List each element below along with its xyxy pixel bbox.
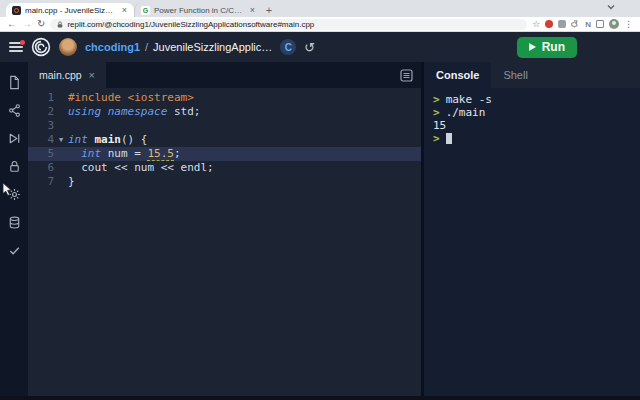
history-icon[interactable]: ↺	[304, 41, 315, 54]
run-button[interactable]: Run	[517, 37, 577, 58]
project-name[interactable]: JuvenileSizzlingApplic…	[153, 41, 272, 53]
console-line: >./main	[433, 106, 640, 119]
code-text: int main() {	[68, 133, 148, 147]
file-icon[interactable]	[7, 75, 22, 90]
code-text: cout << num << endl;	[68, 161, 214, 175]
console-line: 15	[433, 119, 640, 132]
browser-menu-icon[interactable]: ⋮	[624, 19, 633, 29]
chevron-down-icon[interactable]	[606, 2, 616, 12]
extension-frame-icon[interactable]	[596, 20, 604, 28]
file-tab-label: main.cpp	[39, 69, 82, 81]
browser-tab-power-function[interactable]: G Power Function in C/C++ - Ge... ×	[134, 3, 262, 17]
close-icon[interactable]: ×	[249, 5, 256, 15]
console-pane: Console Shell >make -s>./main15>	[424, 62, 640, 400]
extension-gray-icon[interactable]	[558, 20, 566, 28]
extension-red-icon[interactable]	[545, 20, 553, 28]
close-icon[interactable]: ×	[121, 5, 128, 15]
screen: main.cpp - JuvenileSizzlingA... × G Powe…	[0, 0, 640, 400]
console-prompt: >	[433, 93, 440, 106]
replit-favicon	[12, 6, 21, 15]
address-bar-row: ← → ↻ replit.com/@chcoding1/JuvenileSizz…	[0, 17, 640, 32]
fold-column	[54, 161, 68, 175]
check-icon[interactable]	[7, 243, 22, 258]
close-icon[interactable]: ×	[89, 69, 95, 81]
code-text: using namespace std;	[68, 105, 200, 119]
line-number: 7	[28, 175, 54, 189]
breadcrumb: chcoding1 / JuvenileSizzlingApplic…	[85, 41, 272, 53]
line-number: 6	[28, 161, 54, 175]
browser-actions: ☆ N ⋮	[532, 19, 633, 29]
console-output[interactable]: >make -s>./main15>	[424, 88, 640, 400]
mouse-cursor	[2, 182, 13, 197]
lock-icon	[57, 21, 63, 28]
fold-column	[54, 147, 68, 161]
console-text: make -s	[446, 93, 492, 106]
tab-shell[interactable]: Shell	[491, 62, 539, 88]
forward-icon[interactable]: →	[22, 19, 32, 29]
window-bottom-edge	[0, 396, 640, 400]
username-link[interactable]: chcoding1	[85, 41, 140, 53]
tool-sidebar	[0, 62, 28, 400]
lock-icon[interactable]	[7, 159, 22, 174]
browser-profile-avatar[interactable]	[609, 19, 619, 29]
url-bar[interactable]: replit.com/@chcoding1/JuvenileSizzlingAp…	[50, 19, 527, 30]
browser-chrome: main.cpp - JuvenileSizzlingA... × G Powe…	[0, 0, 640, 32]
play-icon	[529, 43, 536, 51]
tab-console[interactable]: Console	[424, 62, 491, 88]
url-text: replit.com/@chcoding1/JuvenileSizzlingAp…	[67, 20, 314, 29]
fold-column	[54, 105, 68, 119]
editor-pane: main.cpp × 1#include <iostream>2using na…	[28, 62, 421, 400]
code-line[interactable]: 2using namespace std;	[28, 105, 421, 119]
back-icon[interactable]: ←	[7, 19, 17, 29]
code-editor[interactable]: 1#include <iostream>2using namespace std…	[28, 88, 421, 400]
code-line[interactable]: 6 cout << num << endl;	[28, 161, 421, 175]
code-line[interactable]: 5 int num = 15.5;	[28, 147, 421, 161]
file-tab-main-cpp[interactable]: main.cpp ×	[28, 62, 106, 88]
code-text: }	[68, 175, 75, 189]
console-text: ./main	[446, 106, 486, 119]
replit-workspace: chcoding1 / JuvenileSizzlingApplic… C ↺ …	[0, 32, 640, 400]
browser-tab-title: main.cpp - JuvenileSizzlingA...	[25, 6, 117, 15]
notification-dot	[20, 40, 25, 45]
browser-tab-replit[interactable]: main.cpp - JuvenileSizzlingA... ×	[6, 3, 134, 17]
code-text: int num = 15.5;	[68, 147, 181, 161]
geeksforgeeks-favicon: G	[141, 6, 150, 15]
line-number: 3	[28, 119, 54, 133]
console-prompt: >	[433, 106, 440, 119]
extensions-puzzle-icon[interactable]	[571, 20, 580, 29]
language-badge: C	[280, 39, 296, 55]
database-icon[interactable]	[7, 215, 22, 230]
fold-column	[54, 119, 68, 133]
extension-n-icon[interactable]: N	[585, 20, 591, 29]
user-avatar[interactable]	[59, 38, 77, 56]
code-line[interactable]: 7}	[28, 175, 421, 189]
hamburger-menu-icon[interactable]	[9, 42, 23, 52]
run-next-icon[interactable]	[7, 131, 22, 146]
breadcrumb-separator: /	[145, 41, 148, 53]
editor-menu-icon[interactable]	[400, 69, 413, 82]
line-number: 4	[28, 133, 54, 147]
bookmark-star-icon[interactable]: ☆	[532, 19, 540, 29]
console-text: 15	[433, 119, 446, 132]
workspace-body: main.cpp × 1#include <iostream>2using na…	[0, 62, 640, 400]
fold-arrow-icon[interactable]: ▼	[54, 133, 68, 147]
file-tab-strip: main.cpp ×	[28, 62, 421, 88]
code-line[interactable]: 1#include <iostream>	[28, 91, 421, 105]
version-control-icon[interactable]	[7, 103, 22, 118]
console-line: >	[433, 132, 640, 145]
workspace-header: chcoding1 / JuvenileSizzlingApplic… C ↺ …	[0, 32, 640, 62]
fold-column	[54, 175, 68, 189]
line-number: 2	[28, 105, 54, 119]
fold-column	[54, 91, 68, 105]
terminal-cursor	[446, 133, 452, 144]
code-line[interactable]: 4▼int main() {	[28, 133, 421, 147]
new-tab-button[interactable]: +	[262, 3, 276, 17]
replit-logo-icon[interactable]	[31, 37, 51, 57]
line-number: 5	[28, 147, 54, 161]
code-line[interactable]: 3	[28, 119, 421, 133]
code-text: #include <iostream>	[68, 91, 194, 105]
console-tab-strip: Console Shell	[424, 62, 640, 88]
browser-tab-title: Power Function in C/C++ - Ge...	[154, 6, 245, 15]
line-number: 1	[28, 91, 54, 105]
reload-icon[interactable]: ↻	[37, 19, 45, 29]
